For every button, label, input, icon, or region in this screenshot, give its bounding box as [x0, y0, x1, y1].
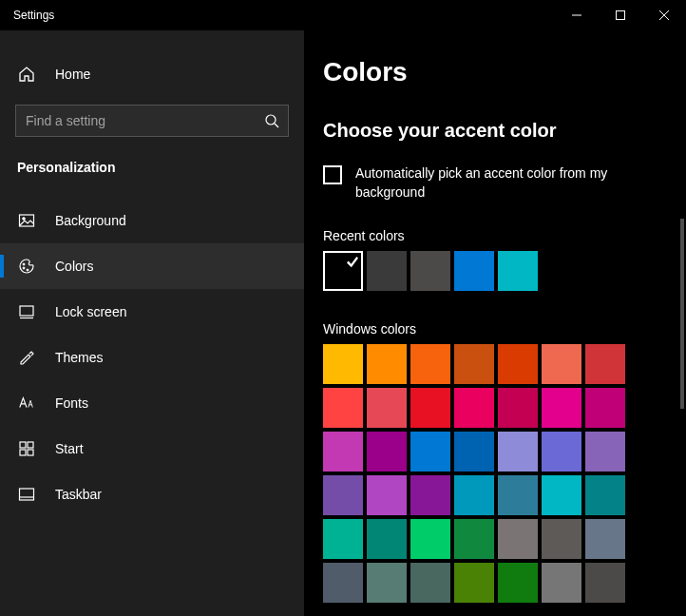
- windows-color-swatch[interactable]: [410, 519, 450, 559]
- sidebar: Home Personalization BackgroundColorsLoc…: [0, 30, 304, 616]
- windows-color-swatch[interactable]: [367, 475, 407, 515]
- windows-color-swatch[interactable]: [367, 432, 407, 472]
- windows-color-swatch[interactable]: [498, 432, 538, 472]
- windows-color-swatch[interactable]: [323, 432, 363, 472]
- svg-point-10: [27, 269, 29, 271]
- svg-point-9: [23, 267, 25, 269]
- sidebar-item-label: Themes: [55, 350, 104, 365]
- search-input-wrap[interactable]: [15, 105, 289, 137]
- svg-point-7: [23, 218, 26, 221]
- lockscreen-icon: [17, 302, 36, 321]
- windows-color-swatch[interactable]: [498, 344, 538, 384]
- auto-accent-checkbox[interactable]: [323, 165, 342, 184]
- windows-color-swatch[interactable]: [454, 475, 494, 515]
- sidebar-item-colors[interactable]: Colors: [0, 243, 304, 289]
- windows-color-swatch[interactable]: [542, 475, 581, 515]
- recent-colors-row: [323, 251, 667, 291]
- windows-color-swatch[interactable]: [585, 432, 625, 472]
- recent-color-swatch[interactable]: [454, 251, 494, 291]
- windows-color-swatch[interactable]: [410, 475, 450, 515]
- windows-color-swatch[interactable]: [498, 563, 538, 603]
- windows-color-swatch[interactable]: [585, 563, 625, 603]
- windows-color-swatch[interactable]: [323, 388, 363, 428]
- window-title: Settings: [13, 9, 555, 22]
- sidebar-item-start[interactable]: Start: [0, 426, 304, 472]
- home-label: Home: [55, 67, 90, 82]
- windows-color-swatch[interactable]: [585, 388, 625, 428]
- windows-color-swatch[interactable]: [454, 344, 494, 384]
- maximize-button[interactable]: [599, 0, 642, 30]
- recent-colors-label: Recent colors: [323, 228, 667, 243]
- windows-color-swatch[interactable]: [410, 563, 450, 603]
- scrollbar-thumb[interactable]: [680, 219, 684, 409]
- fonts-icon: [17, 394, 36, 413]
- windows-color-swatch[interactable]: [367, 388, 407, 428]
- windows-color-swatch[interactable]: [542, 519, 581, 559]
- windows-color-swatch[interactable]: [454, 519, 494, 559]
- windows-color-swatch[interactable]: [454, 432, 494, 472]
- windows-color-swatch[interactable]: [367, 519, 407, 559]
- windows-color-swatch[interactable]: [323, 563, 363, 603]
- windows-color-swatch[interactable]: [498, 519, 538, 559]
- windows-color-swatch[interactable]: [410, 388, 450, 428]
- windows-color-swatch[interactable]: [323, 475, 363, 515]
- svg-rect-6: [20, 215, 34, 226]
- close-button[interactable]: [642, 0, 686, 30]
- sidebar-item-themes[interactable]: Themes: [0, 335, 304, 380]
- windows-color-swatch[interactable]: [585, 344, 625, 384]
- search-input[interactable]: [16, 113, 256, 128]
- recent-color-swatch[interactable]: [367, 251, 407, 291]
- auto-accent-checkbox-row[interactable]: Automatically pick an accent color from …: [323, 164, 627, 202]
- start-icon: [17, 439, 36, 458]
- windows-color-swatch[interactable]: [323, 344, 363, 384]
- colors-icon: [17, 257, 36, 276]
- themes-icon: [17, 348, 36, 367]
- windows-color-swatch[interactable]: [454, 563, 494, 603]
- sidebar-item-background[interactable]: Background: [0, 198, 304, 243]
- recent-color-swatch[interactable]: [498, 251, 538, 291]
- windows-color-swatch[interactable]: [367, 563, 407, 603]
- svg-rect-17: [20, 489, 34, 500]
- windows-color-swatch[interactable]: [367, 344, 407, 384]
- sidebar-item-lockscreen[interactable]: Lock screen: [0, 289, 304, 335]
- windows-color-swatch[interactable]: [410, 344, 450, 384]
- recent-color-swatch[interactable]: [323, 251, 363, 291]
- windows-color-swatch[interactable]: [323, 519, 363, 559]
- minimize-button[interactable]: [555, 0, 599, 30]
- windows-color-swatch[interactable]: [585, 475, 625, 515]
- sidebar-item-label: Start: [55, 441, 84, 456]
- home-icon: [17, 65, 36, 84]
- svg-rect-14: [28, 442, 33, 448]
- taskbar-icon: [17, 485, 36, 504]
- svg-rect-1: [617, 11, 625, 20]
- section-label: Personalization: [0, 154, 304, 192]
- nav-list: BackgroundColorsLock screenThemesFontsSt…: [0, 198, 304, 517]
- section-heading: Choose your accent color: [323, 120, 667, 142]
- windows-color-swatch[interactable]: [542, 344, 581, 384]
- recent-color-swatch[interactable]: [410, 251, 450, 291]
- main-content: Colors Choose your accent color Automati…: [304, 30, 686, 616]
- windows-color-swatch[interactable]: [410, 432, 450, 472]
- svg-point-8: [23, 263, 25, 265]
- home-nav[interactable]: Home: [0, 53, 304, 95]
- sidebar-item-label: Fonts: [55, 395, 88, 411]
- sidebar-item-taskbar[interactable]: Taskbar: [0, 472, 304, 517]
- sidebar-item-label: Taskbar: [55, 487, 102, 502]
- windows-color-swatch[interactable]: [542, 563, 581, 603]
- windows-color-swatch[interactable]: [454, 388, 494, 428]
- svg-rect-16: [28, 450, 33, 455]
- windows-colors-label: Windows colors: [323, 321, 667, 337]
- sidebar-item-label: Lock screen: [55, 304, 126, 319]
- windows-color-swatch[interactable]: [498, 388, 538, 428]
- svg-point-4: [266, 115, 276, 125]
- windows-color-swatch[interactable]: [542, 432, 581, 472]
- svg-rect-11: [20, 306, 33, 316]
- windows-color-swatch[interactable]: [498, 475, 538, 515]
- auto-accent-label: Automatically pick an accent color from …: [355, 164, 627, 202]
- windows-color-swatch[interactable]: [542, 388, 581, 428]
- sidebar-item-fonts[interactable]: Fonts: [0, 380, 304, 426]
- windows-color-swatch[interactable]: [585, 519, 625, 559]
- sidebar-item-label: Background: [55, 213, 126, 228]
- svg-rect-15: [20, 450, 26, 455]
- svg-rect-13: [20, 442, 26, 448]
